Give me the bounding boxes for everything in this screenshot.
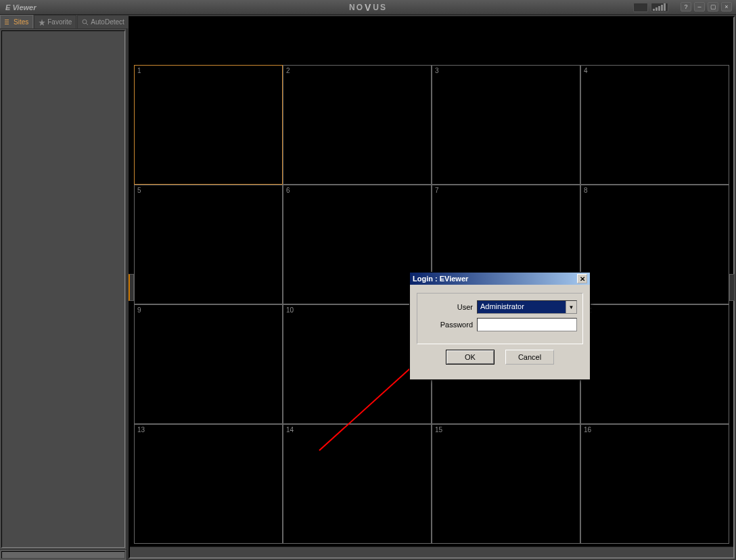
sidebar-body [1, 30, 125, 548]
tab-sites[interactable]: Sites [0, 15, 33, 28]
password-input[interactable] [477, 318, 577, 331]
camera-cell-13[interactable]: 13 [134, 424, 283, 544]
titlebar: E Viewer NO V US ? – ▢ × [0, 0, 736, 15]
sidebar-hscroll[interactable] [0, 549, 127, 560]
password-row: Password [423, 318, 577, 331]
tab-favorite[interactable]: Favorite [34, 15, 76, 28]
camera-number: 6 [286, 187, 290, 194]
svg-marker-3 [39, 19, 45, 26]
chevron-down-icon[interactable]: ▼ [566, 301, 576, 313]
camera-cell-14[interactable]: 14 [283, 424, 432, 544]
login-dialog: Login : EViewer ✕ User Administrator ▼ [409, 272, 591, 380]
camera-cell-4[interactable]: 4 [580, 65, 729, 185]
minimize-button[interactable]: – [694, 2, 705, 11]
close-button[interactable]: × [721, 2, 732, 11]
status-indicators [633, 3, 668, 12]
svg-rect-0 [5, 20, 9, 20]
camera-number: 4 [584, 67, 588, 74]
sites-icon [5, 19, 12, 26]
window-controls: ? – ▢ × [681, 2, 732, 11]
svg-rect-1 [5, 22, 9, 22]
password-label: Password [423, 321, 477, 329]
tab-autodetect[interactable]: AutoDetect [77, 15, 129, 28]
camera-cell-3[interactable]: 3 [432, 65, 580, 185]
camera-number: 10 [286, 306, 294, 314]
user-row: User Administrator ▼ [423, 300, 577, 314]
camera-cell-12[interactable]: 12 [580, 304, 729, 424]
tab-sites-label: Sites [14, 18, 28, 26]
brand-logo: NO V US [349, 2, 387, 13]
camera-number: 15 [435, 426, 442, 434]
autodetect-icon [82, 19, 89, 26]
sidebar: Sites Favorite AutoDetect [0, 15, 127, 560]
sidebar-collapse-handle[interactable] [129, 274, 134, 301]
ok-button[interactable]: OK [446, 350, 495, 365]
cancel-button[interactable]: Cancel [505, 350, 554, 365]
camera-number: 7 [435, 187, 439, 194]
camera-number: 14 [286, 426, 294, 434]
camera-number: 3 [435, 67, 439, 74]
dialog-form-panel: User Administrator ▼ Password [417, 293, 583, 344]
camera-cell-2[interactable]: 2 [283, 65, 432, 185]
svg-rect-2 [5, 24, 9, 24]
user-combobox[interactable]: Administrator ▼ [477, 300, 577, 314]
scrollbar-track[interactable] [1, 551, 125, 559]
dialog-button-row: OK Cancel [417, 344, 583, 371]
indicator-1 [633, 3, 648, 12]
dialog-close-button[interactable]: ✕ [577, 274, 587, 283]
tab-autodetect-label: AutoDetect [91, 18, 124, 26]
help-button[interactable]: ? [681, 2, 691, 11]
user-selected-value: Administrator [478, 301, 566, 313]
dialog-body: User Administrator ▼ Password [410, 285, 590, 379]
right-panel-handle[interactable] [729, 274, 735, 301]
favorite-icon [39, 19, 45, 26]
dialog-title-text: Login : EViewer [413, 275, 468, 283]
camera-number: 13 [137, 426, 145, 434]
main-area: Sites Favorite AutoDetect 12345678910111… [0, 15, 736, 560]
user-label: User [423, 303, 477, 311]
maximize-button[interactable]: ▢ [708, 2, 718, 11]
camera-number: 2 [286, 67, 290, 74]
dialog-titlebar[interactable]: Login : EViewer ✕ [410, 273, 590, 285]
camera-number: 5 [137, 187, 141, 194]
camera-cell-5[interactable]: 5 [134, 185, 283, 304]
camera-cell-9[interactable]: 9 [134, 304, 283, 424]
svg-line-5 [86, 23, 88, 25]
viewer-panel: 12345678910111213141516 Login : EViewer … [129, 16, 735, 559]
tab-favorite-label: Favorite [47, 18, 72, 26]
camera-number: 16 [584, 426, 591, 434]
viewer-bottom-bar [130, 546, 733, 557]
camera-cell-16[interactable]: 16 [580, 424, 729, 544]
camera-cell-8[interactable]: 8 [580, 185, 729, 304]
camera-cell-15[interactable]: 15 [432, 424, 580, 544]
camera-cell-1[interactable]: 1 [134, 65, 283, 185]
camera-number: 9 [137, 306, 141, 314]
camera-number: 8 [584, 187, 588, 194]
app-title: E Viewer [5, 3, 36, 11]
camera-number: 1 [137, 67, 141, 74]
signal-icon [651, 3, 668, 12]
sidebar-tabs: Sites Favorite AutoDetect [0, 15, 127, 29]
